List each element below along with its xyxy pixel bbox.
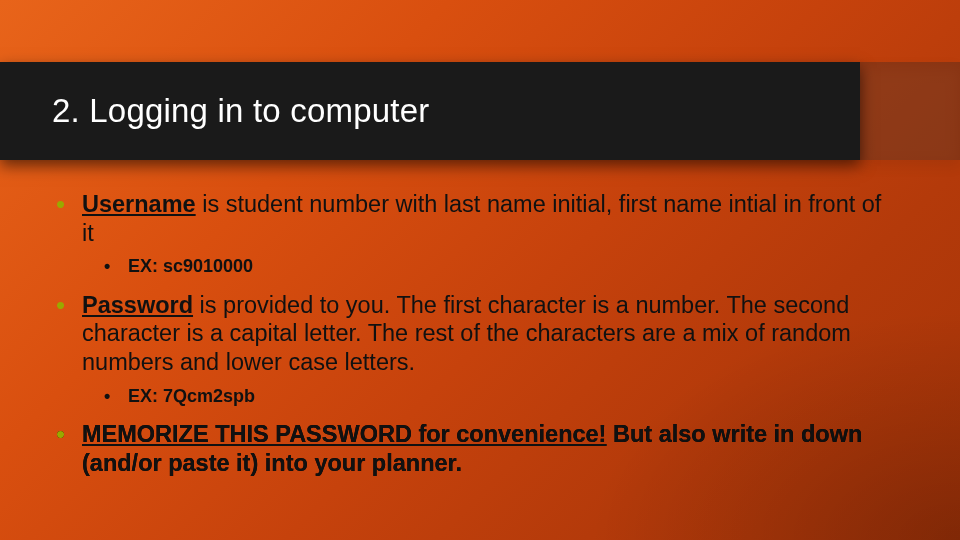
password-label: Password (82, 292, 193, 318)
password-example: EX: 7Qcm2spb (82, 385, 888, 408)
content-area: Username is student number with last nam… (52, 190, 888, 485)
example-prefix: EX: (128, 386, 163, 406)
example-value: sc9010000 (163, 256, 253, 276)
example-value: 7Qcm2spb (163, 386, 255, 406)
slide: 2. Logging in to computer Username is st… (0, 0, 960, 540)
bullet-username: Username is student number with last nam… (52, 190, 888, 279)
example-prefix: EX: (128, 256, 163, 276)
title-bar: 2. Logging in to computer (0, 62, 860, 160)
bullet-password: Password is provided to you. The first c… (52, 291, 888, 408)
username-text: is student number with last name initial… (82, 191, 881, 246)
password-text: is provided to you. The first character … (82, 292, 851, 375)
slide-title: 2. Logging in to computer (52, 92, 429, 130)
bullet-list: Username is student number with last nam… (52, 190, 888, 477)
username-sublist: EX: sc9010000 (82, 255, 888, 278)
username-example: EX: sc9010000 (82, 255, 888, 278)
bullet-memorize: MEMORIZE THIS PASSWORD for convenience! … (52, 420, 888, 477)
password-sublist: EX: 7Qcm2spb (82, 385, 888, 408)
accent-strip (860, 62, 960, 160)
username-label: Username (82, 191, 196, 217)
memorize-underline: MEMORIZE THIS PASSWORD for convenience! (82, 421, 606, 447)
